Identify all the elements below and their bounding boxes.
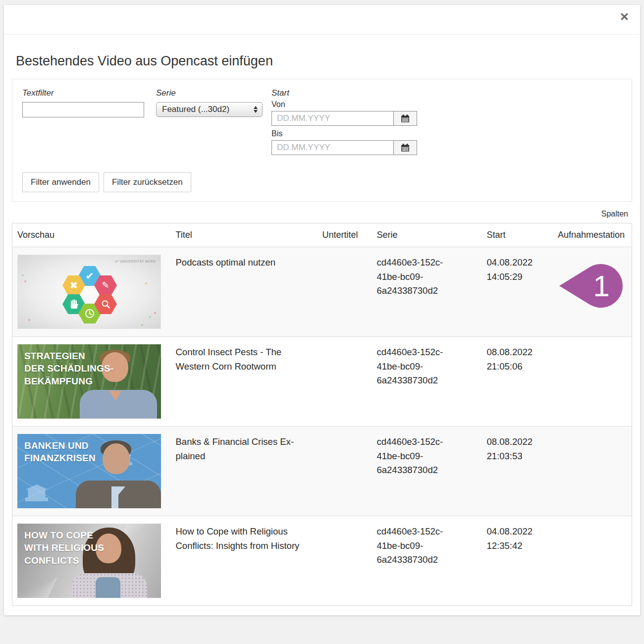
video-station <box>548 434 627 435</box>
video-thumbnail: STRATEGIEN DER SCHÄDLINGS- BEKÄMPFUNG <box>17 344 161 419</box>
video-serie: cd4460e3-152c-41be-bc09-6a24338730d2 <box>377 524 454 567</box>
video-thumbnail: BANKEN UND FINANZKRISEN <box>17 434 161 508</box>
video-table: Vorschau Titel Untertitel Serie Start Au… <box>12 223 632 606</box>
video-start: 08.08.2022 21:05:06 <box>487 344 538 374</box>
video-serie: cd4460e3-152c-41be-bc09-6a24338730d2 <box>377 434 454 478</box>
serie-label: Serie <box>156 88 263 98</box>
select-updown-arrows-icon <box>254 106 258 113</box>
opencast-insert-dialog: ✕ Bestehendes Video aus Opencast einfüge… <box>4 5 640 615</box>
video-start: 08.08.2022 21:03:53 <box>487 434 538 463</box>
calendar-icon <box>401 114 410 123</box>
dialog-title: Bestehendes Video aus Opencast einfügen <box>16 54 632 69</box>
video-subtitle <box>322 344 367 345</box>
header-start: Start <box>482 223 543 247</box>
table-header-row: Vorschau Titel Untertitel Serie Start Au… <box>12 223 632 247</box>
bank-building-icon <box>25 484 48 501</box>
close-icon[interactable]: ✕ <box>620 11 629 23</box>
header-titel: Titel <box>171 223 318 247</box>
video-table-wrap: Vorschau Titel Untertitel Serie Start Au… <box>12 223 632 606</box>
video-row-banks[interactable]: BANKEN UND FINANZKRISEN Banks & Financia… <box>12 427 632 516</box>
filter-reset-button[interactable]: Filter zurücksetzen <box>104 172 191 192</box>
video-title: How to Cope with Religious Conflicts: In… <box>176 524 301 553</box>
start-filter-label: Start <box>271 88 417 98</box>
video-title: Control Insect Pests - The Western Corn … <box>176 344 301 374</box>
video-subtitle <box>322 255 367 256</box>
video-title: Banks & Financial Crises Ex­plained <box>176 434 301 463</box>
video-subtitle <box>322 524 367 525</box>
header-vorschau: Vorschau <box>12 223 171 247</box>
video-row-insect-pests[interactable]: STRATEGIEN DER SCHÄDLINGS- BEKÄMPFUNG Co… <box>12 337 632 427</box>
video-serie: cd4460e3-152c-41be-bc09-6a24338730d2 <box>377 255 454 298</box>
video-thumbnail: HOW TO COPE WITH RELIGIOUS CONFLICTS <box>17 524 161 598</box>
thumbnail-overlay-text: STRATEGIEN DER SCHÄDLINGS- BEKÄMPFUNG <box>24 350 113 387</box>
filter-apply-button[interactable]: Filter anwenden <box>22 172 99 192</box>
textfilter-label: Textfilter <box>22 88 144 98</box>
header-untertitel: Untertitel <box>318 223 372 247</box>
video-title: Podcasts optimal nutzen <box>176 255 301 270</box>
dialog-header: ✕ <box>4 5 640 35</box>
video-serie: cd4460e3-152c-41be-bc09-6a24338730d2 <box>377 344 454 388</box>
filter-panel: Textfilter Serie Featured (...30d2) Star… <box>12 79 632 202</box>
dialog-body: Bestehendes Video aus Opencast einfügen … <box>4 54 640 615</box>
thumbnail-overlay-text: HOW TO COPE WITH RELIGIOUS CONFLICTS <box>24 529 104 567</box>
calendar-icon <box>401 144 410 152</box>
video-start: 04.08.2022 12:35:42 <box>487 524 538 553</box>
university-bern-logo: uᵇ UNIVERSITÄT BERN <box>115 260 156 263</box>
textfilter-input[interactable] <box>22 102 144 117</box>
video-station <box>548 344 627 345</box>
video-row-podcasts[interactable]: ✔ ✖ ✎ <box>12 247 632 337</box>
bis-label: Bis <box>271 129 417 138</box>
header-aufnahmestation: Aufnahmestation <box>543 223 632 247</box>
video-subtitle <box>322 434 367 435</box>
header-serie: Serie <box>372 223 482 247</box>
thumbnail-overlay-text: BANKEN UND FINANZKRISEN <box>24 439 96 465</box>
serie-select-value: Featured (...30d2) <box>162 105 229 114</box>
video-station <box>548 524 627 525</box>
von-calendar-button[interactable] <box>393 111 417 126</box>
bis-calendar-button[interactable] <box>393 140 417 155</box>
columns-toggle[interactable]: Spalten <box>601 210 628 218</box>
von-label: Von <box>271 100 417 109</box>
video-row-religious-conflicts[interactable]: HOW TO COPE WITH RELIGIOUS CONFLICTS How… <box>12 516 632 606</box>
video-station <box>548 255 627 256</box>
video-thumbnail: ✔ ✖ ✎ <box>17 255 161 329</box>
serie-select[interactable]: Featured (...30d2) <box>156 102 263 117</box>
video-start: 04.08.2022 14:05:29 <box>487 255 538 284</box>
bis-date-input[interactable] <box>271 140 393 155</box>
von-date-input[interactable] <box>271 111 393 126</box>
